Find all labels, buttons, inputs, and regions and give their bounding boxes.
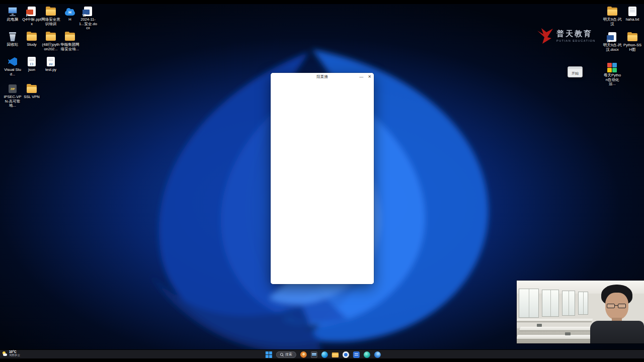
brand-text: 普天教育 PUTIAN EDUCATION xyxy=(556,29,596,42)
edge-browser-icon[interactable] xyxy=(321,351,328,358)
desktop-icon-label: Q4中标.pptx xyxy=(22,18,41,26)
desktop-icon[interactable]: W明天9点-武汉.docx xyxy=(603,32,622,52)
desktop-icon[interactable]: 网络安全意识培训 xyxy=(41,6,60,26)
folder-icon xyxy=(44,31,57,42)
word-icon: W xyxy=(82,6,95,17)
start-widget[interactable]: 开始 xyxy=(568,66,583,77)
close-button[interactable]: ✕ xyxy=(368,75,371,79)
search-placeholder: 搜索 xyxy=(285,352,292,357)
glasses-icon xyxy=(607,304,615,308)
desktop-icon-label: 网络安全意识培训 xyxy=(41,18,60,26)
desktop-icon-label: Python-SSH图 xyxy=(623,43,642,52)
desktop-icon[interactable]: Visual Stud... xyxy=(3,56,22,76)
pptx-icon: P xyxy=(25,6,38,17)
desktop-icon[interactable]: haha.txt xyxy=(623,6,642,22)
letterbox-top xyxy=(0,0,644,4)
live-window[interactable]: 陪直播 — ✕ xyxy=(271,73,374,284)
json-icon: { } xyxy=(25,56,38,67)
desktop-icon[interactable]: (48行)python202... xyxy=(41,31,60,51)
desktop[interactable]: 此电脑PQ4中标.pptx网络安全意识培训HHW2024-11-1...安全.d… xyxy=(0,4,644,349)
classroom-desk xyxy=(517,319,593,322)
desktop-icon[interactable]: HH xyxy=(60,6,79,22)
presenter-body xyxy=(590,321,644,343)
desktop-icon[interactable]: Study xyxy=(22,31,41,47)
desktop-icon[interactable]: ZIPIPSEC-VPN-高可靠地... xyxy=(3,83,22,108)
food-app-icon[interactable] xyxy=(300,351,307,358)
start-button[interactable] xyxy=(266,351,272,358)
weather-widget[interactable]: 10°C 局部多云 xyxy=(2,350,20,357)
txt-icon xyxy=(626,6,639,17)
weather-icon xyxy=(2,351,8,356)
desktop-icon[interactable]: 明天9点-武汉 xyxy=(603,6,622,26)
zip-icon: ZIP xyxy=(6,83,19,95)
glasses-icon xyxy=(618,304,626,308)
desktop-icon[interactable]: 每天Python自动化运... xyxy=(603,62,622,86)
desktop-icon-label: Visual Stud... xyxy=(3,68,22,76)
desktop-icon[interactable]: 此电脑 xyxy=(3,6,22,22)
desktop-icon-label: Study xyxy=(22,43,41,47)
desktop-icon-label: 明天9点-武汉.docx xyxy=(603,43,622,52)
desktop-icon-label: 此电脑 xyxy=(3,18,22,22)
brand-logo: 普天教育 PUTIAN EDUCATION xyxy=(536,27,596,44)
desktop-icon[interactable]: PQ4中标.pptx xyxy=(22,6,41,26)
desktop-icon-label: json xyxy=(22,68,41,72)
glasses-bridge xyxy=(615,305,618,306)
screen: 此电脑PQ4中标.pptx网络安全意识培训HHW2024-11-1...安全.d… xyxy=(0,0,644,362)
media-app-icon[interactable] xyxy=(364,351,370,358)
classroom-window xyxy=(562,291,575,316)
desktop-icon[interactable]: 回收站 xyxy=(3,31,22,47)
webcam-overlay xyxy=(517,281,644,343)
window-body xyxy=(271,81,374,284)
window-controls: — ✕ xyxy=(359,73,371,81)
desktop-icon[interactable]: W2024-11-1...安全.docx xyxy=(78,6,98,31)
desktop-icon-label: 每天Python自动化运... xyxy=(603,73,622,86)
classroom-window xyxy=(542,290,559,317)
folder-icon xyxy=(25,31,38,42)
classroom-window xyxy=(578,292,588,315)
edge-active-icon[interactable] xyxy=(374,351,381,358)
brand-mark-icon xyxy=(536,27,553,44)
desktop-icon-label: test.py xyxy=(41,68,60,72)
weather-text: 10°C 局部多云 xyxy=(9,350,20,357)
search-input[interactable]: 搜索 xyxy=(276,351,296,358)
desktop-icon-label: (48行)python202... xyxy=(41,43,60,51)
web-browser-icon[interactable] xyxy=(343,351,349,358)
recycle-icon xyxy=(6,31,19,42)
folder-icon xyxy=(626,32,639,43)
folder-icon xyxy=(63,31,76,42)
pc-icon xyxy=(6,6,19,17)
weather-condition: 局部多云 xyxy=(9,354,20,357)
window-title: 陪直播 xyxy=(316,74,328,79)
taskbar-center: 搜索 xyxy=(266,350,381,359)
window-titlebar: 陪直播 — ✕ xyxy=(271,73,374,81)
cloud-icon: H xyxy=(63,6,76,17)
desktop-icon-label: SSL VPN xyxy=(22,95,41,100)
folder-icon xyxy=(25,83,38,95)
file-explorer-icon[interactable] xyxy=(332,351,339,358)
word-icon: W xyxy=(606,32,619,43)
letterbox-bottom xyxy=(0,358,644,362)
desktop-icon[interactable]: Python-SSH图 xyxy=(623,32,642,52)
classroom-window xyxy=(519,289,539,318)
desktop-icon[interactable]: SSL VPN xyxy=(22,83,41,100)
docs-app-icon[interactable] xyxy=(353,351,360,358)
py-icon: py xyxy=(44,56,57,67)
desktop-icon-label: 华能集团网络安全培... xyxy=(60,43,79,51)
desktop-icon-label: IPSEC-VPN-高可靠地... xyxy=(3,95,22,108)
search-icon xyxy=(280,353,283,356)
taskbar: 10°C 局部多云 搜索 xyxy=(0,349,644,358)
desktop-icon-label: 明天9点-武汉 xyxy=(603,18,622,26)
screen-share-app-icon[interactable] xyxy=(311,351,317,358)
desktop-icon[interactable]: pytest.py xyxy=(41,56,60,72)
desktop-icon-label: 回收站 xyxy=(3,43,22,47)
desktop-icon-label: haha.txt xyxy=(623,18,642,22)
desktop-icon-label: 2024-11-1...安全.docx xyxy=(78,18,98,31)
desktop-icon[interactable]: 华能集团网络安全培... xyxy=(60,31,79,51)
start-widget-label: 开始 xyxy=(568,71,582,76)
minimize-button[interactable]: — xyxy=(359,75,363,79)
folder-icon xyxy=(44,6,57,17)
classroom-chair xyxy=(565,332,571,335)
brand-title: 普天教育 xyxy=(556,29,596,39)
colorful-icon xyxy=(606,62,619,73)
desktop-icon[interactable]: { }json xyxy=(22,56,41,72)
